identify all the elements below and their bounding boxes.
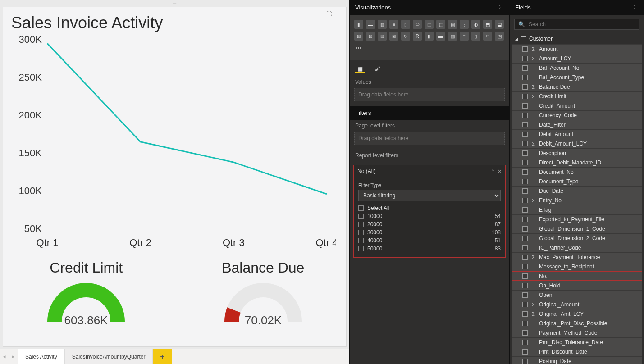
checkbox-icon[interactable] <box>522 302 528 307</box>
field-item[interactable]: Σ Original_Amount <box>512 300 642 309</box>
checkbox-icon[interactable] <box>522 255 528 260</box>
report-filter-card[interactable]: No.(All) ⌃ ✕ Filter Type Basic filtering… <box>353 165 506 258</box>
viz-type-icon[interactable]: ⊠ <box>389 32 398 41</box>
viz-type-icon[interactable]: ◳ <box>425 20 434 29</box>
filter-value-row[interactable]: 20000 87 <box>358 220 501 228</box>
field-item[interactable]: Currency_Code <box>512 110 642 120</box>
viz-type-icon[interactable]: ▥ <box>448 32 457 41</box>
collapse-fields-icon[interactable]: 〉 <box>633 4 639 11</box>
viz-type-icon[interactable]: ≡ <box>460 32 469 41</box>
viz-type-icon[interactable]: ◐ <box>471 20 480 29</box>
field-item[interactable]: Date_Filter <box>512 120 642 129</box>
field-item[interactable]: Σ Amount <box>512 44 642 54</box>
checkbox-icon[interactable] <box>522 311 528 317</box>
collapse-viz-icon[interactable]: 〉 <box>498 4 504 11</box>
viz-type-icon[interactable]: ⬭ <box>413 20 422 29</box>
viz-type-icon[interactable]: ▬ <box>436 32 445 41</box>
field-item[interactable]: Message_to_Recipient <box>512 262 642 271</box>
field-item[interactable]: No. <box>512 271 642 281</box>
field-item[interactable]: Bal_Account_No <box>512 63 642 73</box>
collapse-filter-icon[interactable]: ⌃ <box>491 168 495 174</box>
field-item[interactable]: Payment_Method_Code <box>512 328 642 337</box>
checkbox-icon[interactable] <box>522 340 528 345</box>
field-item[interactable]: Credit_Amount <box>512 101 642 110</box>
more-options-icon[interactable]: ⋯ <box>335 11 341 17</box>
viz-type-icon[interactable]: ⬒ <box>483 20 492 29</box>
filter-type-select[interactable]: Basic filtering <box>358 190 501 201</box>
checkbox-icon[interactable] <box>358 222 364 227</box>
checkbox-icon[interactable] <box>522 179 528 184</box>
field-item[interactable]: IC_Partner_Code <box>512 243 642 252</box>
filter-value-row[interactable]: 10000 54 <box>358 212 501 220</box>
field-item[interactable]: Pmt_Disc_Tolerance_Date <box>512 337 642 347</box>
viz-type-icon[interactable]: ⬓ <box>495 20 504 29</box>
viz-type-icon[interactable]: ◳ <box>495 32 504 41</box>
tab-prev-button[interactable]: ◄ <box>0 349 9 364</box>
fields-well-tab[interactable]: ▦ <box>355 65 365 73</box>
field-item[interactable]: Bal_Account_Type <box>512 73 642 82</box>
viz-type-icon[interactable]: ▤ <box>448 20 457 29</box>
checkbox-icon[interactable] <box>522 160 528 165</box>
viz-type-icon[interactable]: ▥ <box>378 20 387 29</box>
checkbox-icon[interactable] <box>522 359 528 364</box>
checkbox-icon[interactable] <box>522 264 528 269</box>
field-item[interactable]: Original_Pmt_Disc_Possible <box>512 318 642 328</box>
checkbox-icon[interactable] <box>522 245 528 250</box>
viz-type-icon[interactable]: ⊞ <box>354 32 363 41</box>
field-item[interactable]: Σ Credit Limit <box>512 91 642 101</box>
viz-type-icon[interactable]: ▬ <box>366 20 375 29</box>
filter-value-row[interactable]: 50000 83 <box>358 245 501 253</box>
add-page-button[interactable]: + <box>153 349 172 364</box>
checkbox-icon[interactable] <box>522 46 528 52</box>
line-chart[interactable]: 300K250K200K150K100K50KQtr 1Qtr 2Qtr 3Qt… <box>11 35 338 251</box>
checkbox-icon[interactable] <box>358 230 364 235</box>
checkbox-icon[interactable] <box>522 75 528 80</box>
checkbox-icon[interactable] <box>522 198 528 203</box>
checkbox-icon[interactable] <box>522 141 528 146</box>
fields-search-input[interactable] <box>529 21 635 27</box>
field-item[interactable]: Open <box>512 290 642 300</box>
field-item[interactable]: Exported_to_Payment_File <box>512 214 642 224</box>
checkbox-icon[interactable] <box>522 65 528 71</box>
field-item[interactable]: Due_Date <box>512 186 642 196</box>
focus-mode-icon[interactable]: ⛶ <box>326 11 332 17</box>
filter-value-row[interactable]: 40000 51 <box>358 237 501 245</box>
viz-type-icon[interactable]: ▮ <box>354 20 363 29</box>
checkbox-icon[interactable] <box>358 205 364 211</box>
field-item[interactable]: Document_No <box>512 167 642 177</box>
viz-type-icon[interactable]: ▯ <box>401 20 410 29</box>
viz-type-icon[interactable]: ▮ <box>425 32 434 41</box>
table-node-customer[interactable]: ◢ Customer <box>512 33 642 44</box>
fields-search-box[interactable]: 🔍 <box>514 19 639 30</box>
canvas-drag-handle[interactable]: ═ <box>0 0 349 7</box>
gauge-0[interactable]: Credit Limit 603.86K <box>41 259 131 330</box>
visualizations-header[interactable]: Visualizations 〉 <box>350 0 509 15</box>
viz-type-icon[interactable]: ⟳ <box>401 32 410 41</box>
checkbox-icon[interactable] <box>522 122 528 127</box>
field-item[interactable]: Global_Dimension_2_Code <box>512 233 642 243</box>
viz-type-icon[interactable]: ⬚ <box>436 20 445 29</box>
checkbox-icon[interactable] <box>358 238 364 243</box>
checkbox-icon[interactable] <box>522 103 528 109</box>
checkbox-icon[interactable] <box>358 214 364 219</box>
viz-type-icon[interactable]: R <box>413 32 422 41</box>
remove-filter-icon[interactable]: ✕ <box>498 168 502 174</box>
field-item[interactable]: On_Hold <box>512 281 642 290</box>
field-item[interactable]: Direct_Debit_Mandate_ID <box>512 158 642 167</box>
field-item[interactable]: ETag <box>512 205 642 214</box>
page-tab[interactable]: SalesInvoiceAmountbyQuarter <box>65 349 153 364</box>
checkbox-icon[interactable] <box>522 349 528 355</box>
viz-type-icon[interactable]: ⋮ <box>460 20 469 29</box>
checkbox-icon[interactable] <box>358 246 364 251</box>
field-item[interactable]: Global_Dimension_1_Code <box>512 224 642 233</box>
checkbox-icon[interactable] <box>522 132 528 137</box>
checkbox-icon[interactable] <box>522 188 528 194</box>
format-tab[interactable]: 🖌 <box>372 65 382 73</box>
checkbox-icon[interactable] <box>522 207 528 213</box>
field-item[interactable]: Description <box>512 148 642 158</box>
checkbox-icon[interactable] <box>522 94 528 99</box>
checkbox-icon[interactable] <box>522 217 528 222</box>
viz-type-icon[interactable]: ⬭ <box>483 32 492 41</box>
field-item[interactable]: Document_Type <box>512 177 642 186</box>
fields-header[interactable]: Fields 〉 <box>510 0 644 15</box>
